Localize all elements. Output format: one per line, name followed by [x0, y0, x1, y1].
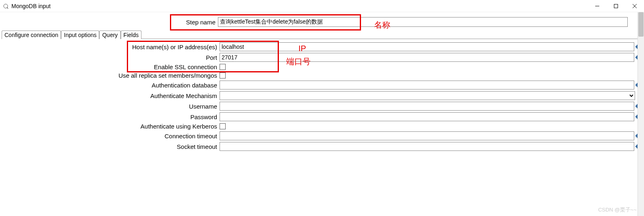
conntimeout-input[interactable]: [220, 131, 634, 140]
kerberos-checkbox[interactable]: [220, 123, 226, 129]
scrollbar-thumb[interactable]: [638, 12, 644, 37]
conntimeout-label: Connection timeout: [2, 133, 220, 140]
conntimeout-row: Connection timeout: [2, 131, 642, 140]
ssl-row: Enable SSL connection: [2, 63, 642, 70]
password-row: Password: [2, 112, 642, 121]
host-row: Host name(s) or IP address(es): [2, 42, 642, 51]
replica-checkbox[interactable]: [220, 72, 226, 79]
tab-input-options[interactable]: Input options: [61, 31, 99, 39]
maximize-button[interactable]: [607, 0, 625, 12]
socktimeout-label: Socket timeout: [2, 143, 220, 150]
socktimeout-input[interactable]: [220, 142, 634, 151]
port-label: Port: [2, 54, 220, 61]
port-row: Port: [2, 53, 642, 62]
replica-row: Use all replica set members/mongos: [2, 72, 642, 79]
authdb-input[interactable]: [220, 81, 634, 89]
password-input[interactable]: [220, 112, 634, 121]
ssl-checkbox[interactable]: [220, 64, 226, 70]
username-label: Username: [2, 103, 220, 110]
tabs: Configure connection Input options Query…: [0, 30, 644, 39]
tab-panel-configure: Host name(s) or IP address(es) Port Enab…: [2, 39, 642, 151]
socktimeout-row: Socket timeout: [2, 142, 642, 151]
authdb-row: Authentication database: [2, 81, 642, 89]
window-controls: [588, 0, 644, 12]
username-input[interactable]: [220, 102, 634, 111]
host-label: Host name(s) or IP address(es): [2, 44, 220, 50]
tab-query[interactable]: Query: [99, 31, 120, 39]
port-input[interactable]: [220, 53, 634, 62]
step-name-input[interactable]: [218, 17, 628, 27]
tab-fields[interactable]: Fields: [121, 31, 141, 39]
titlebar: MongoDB input: [0, 0, 644, 12]
vertical-scrollbar[interactable]: [637, 12, 644, 216]
kerberos-label: Authenticate using Kerberos: [2, 123, 220, 130]
step-name-label: Step name: [0, 19, 218, 26]
svg-rect-3: [614, 4, 618, 8]
svg-line-1: [7, 7, 8, 9]
watermark: CSDN @栗子~~: [598, 206, 637, 214]
kerberos-row: Authenticate using Kerberos: [2, 123, 642, 130]
tab-configure-connection[interactable]: Configure connection: [2, 31, 61, 39]
minimize-button[interactable]: [588, 0, 607, 12]
close-button[interactable]: [625, 0, 644, 12]
username-row: Username: [2, 102, 642, 111]
window-title: MongoDB input: [11, 3, 588, 9]
authdb-label: Authentication database: [2, 82, 220, 89]
authmech-row: Authenticate Mechanism: [2, 91, 642, 100]
authmech-select[interactable]: [220, 91, 635, 100]
password-label: Password: [2, 113, 220, 120]
authmech-label: Authenticate Mechanism: [2, 92, 220, 99]
replica-label: Use all replica set members/mongos: [2, 72, 220, 79]
ssl-label: Enable SSL connection: [2, 63, 220, 70]
host-input[interactable]: [220, 42, 634, 51]
step-name-row: Step name: [0, 17, 644, 27]
app-icon: [2, 3, 9, 9]
